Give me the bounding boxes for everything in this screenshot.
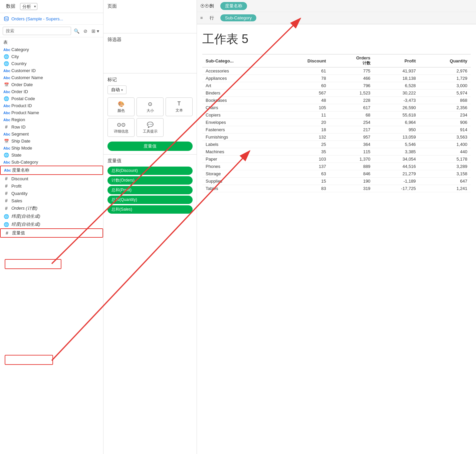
cell-profit: 5,546	[374, 141, 419, 148]
grid-view-button[interactable]: ⊞ ▾	[90, 28, 100, 34]
field-item-Customer-ID[interactable]: AbcCustomer ID	[0, 67, 103, 74]
cell-orders-count: 319	[329, 185, 374, 192]
cell-sub-category: Copiers	[202, 111, 276, 119]
columns-pill[interactable]: 度量名称	[220, 2, 247, 10]
cell-discount: 25	[276, 141, 329, 148]
field-item-Postal-Code[interactable]: 🌐Postal Code	[0, 95, 103, 102]
field-name-label: 纬度(自动生成)	[11, 213, 40, 219]
hash-icon: #	[4, 230, 10, 236]
worksheet-title: 工作表 5	[202, 31, 471, 47]
field-item-Quantity[interactable]: #Quantity	[0, 190, 103, 197]
field-item----[interactable]: #度量值	[0, 228, 103, 238]
field-item-Row-ID[interactable]: #Row ID	[0, 123, 103, 131]
cell-discount: 103	[276, 156, 329, 163]
field-item-City[interactable]: 🌐City	[0, 53, 103, 60]
field-name-label: Discount	[11, 176, 28, 181]
cell-orders-count: 775	[329, 67, 374, 75]
table-row: Tables83319-17,7251,241	[202, 185, 471, 192]
marks-btn-文本[interactable]: T文本	[166, 97, 193, 116]
rows-pill[interactable]: Sub-Category	[220, 14, 256, 21]
cell-discount: 15	[276, 178, 329, 185]
cell-discount: 567	[276, 89, 329, 97]
cell-discount: 18	[276, 126, 329, 134]
globe-icon: 🌐	[3, 96, 9, 101]
field-item-State[interactable]: 🌐State	[0, 152, 103, 159]
cell-sub-category: Supplies	[202, 178, 276, 185]
rows-icon: ≡	[200, 15, 207, 20]
field-name-label: Ship Mode	[11, 146, 32, 151]
field-name-label: Quantity	[11, 191, 27, 196]
field-item-Order-ID[interactable]: AbcOrder ID	[0, 88, 103, 95]
marks-btn-工具提示[interactable]: 💬工具提示	[137, 118, 164, 137]
field-item-Customer-Name[interactable]: AbcCustomer Name	[0, 74, 103, 81]
field-name-label: Category	[11, 47, 29, 52]
field-name-label: Sub-Category	[11, 160, 38, 165]
field-item-Ship-Mode[interactable]: AbcShip Mode	[0, 145, 103, 152]
field-name-label: Product Name	[11, 110, 39, 115]
field-item-Product-ID[interactable]: AbcProduct ID	[0, 102, 103, 109]
field-item-Discount[interactable]: #Discount	[0, 175, 103, 182]
cell-quantity: 234	[419, 111, 471, 119]
measure-pill----Orders-[interactable]: 计数(Orders)	[107, 176, 193, 185]
measure-pill----Discount-[interactable]: 总和(Discount)	[107, 167, 193, 175]
table-row: Binders5671,52330,2225,974	[202, 89, 471, 97]
measures-section: 度量值 总和(Discount)计数(Orders)总和(Profit)总和(Q…	[103, 155, 197, 454]
abc-icon: Abc	[3, 111, 9, 115]
field-item-Profit[interactable]: #Profit	[0, 182, 103, 190]
measures-section-title: 度量值	[107, 158, 193, 164]
field-item-Product-Name[interactable]: AbcProduct Name	[0, 109, 103, 116]
measure-pill----Profit-[interactable]: 总和(Profit)	[107, 186, 193, 194]
measures-value-button[interactable]: 度量值	[107, 142, 193, 151]
filter-button[interactable]: ⊘	[82, 28, 89, 34]
middle-panel: 页面 筛选器 标记 自动 🎨颜色⊙大小T文本⊙⊙详细信息💬工具提示 度量值 度量…	[103, 0, 197, 454]
data-source-row: Orders (Sample - Supers...	[0, 13, 103, 25]
field-item-Category[interactable]: AbcCategory	[0, 46, 103, 53]
cell-orders-count: 115	[329, 148, 374, 156]
cell-orders-count: 957	[329, 134, 374, 141]
cell-profit: 55,618	[374, 111, 419, 119]
marks-type-button[interactable]: 自动	[107, 85, 127, 94]
cell-quantity: 3,289	[419, 163, 471, 170]
field-item-Sub-Category[interactable]: AbcSub-Category	[0, 159, 103, 166]
data-tab[interactable]: 数据	[3, 2, 19, 11]
大小-icon: ⊙	[148, 101, 152, 107]
field-item---------[interactable]: 🌐经度(自动生成)	[0, 220, 103, 228]
cell-sub-category: Storage	[202, 170, 276, 178]
marks-type-row: 自动	[107, 85, 193, 94]
abc-icon: Abc	[4, 168, 10, 172]
right-panel: ⦿⦿⦿ 列 度量名称 ≡ 行 Sub-Category 工作表 5 Sub-Ca…	[197, 0, 476, 454]
col-header-sub-category: Sub-Catego...	[202, 54, 276, 67]
field-item-Region[interactable]: AbcRegion	[0, 116, 103, 123]
field-item-Segment[interactable]: AbcSegment	[0, 131, 103, 138]
table-section-label: 表	[0, 37, 103, 46]
field-item-Orders-----[interactable]: #Orders (计数)	[0, 204, 103, 212]
cell-quantity: 647	[419, 178, 471, 185]
详细信息-icon: ⊙⊙	[117, 122, 126, 128]
marks-btn-详细信息[interactable]: ⊙⊙详细信息	[107, 118, 135, 137]
analysis-select[interactable]: 分析	[20, 3, 37, 10]
app-container: 数据 分析 Orders (Sample - Supers... 🔍 ⊘ ⊞	[0, 0, 476, 454]
measure-pill----Quantity-[interactable]: 总和(Quantity)	[107, 196, 193, 204]
search-bar: 🔍 ⊘ ⊞ ▾	[0, 25, 103, 37]
cell-quantity: 2,356	[419, 104, 471, 111]
data-table: Sub-Catego...DiscountOrders计数ProfitQuant…	[202, 54, 471, 192]
field-item-Country[interactable]: 🌐Country	[0, 60, 103, 67]
field-item-Sales[interactable]: #Sales	[0, 197, 103, 204]
field-item-Order-Date[interactable]: 📅Order Date	[0, 81, 103, 88]
search-input[interactable]	[3, 27, 71, 35]
工具提示-icon: 💬	[147, 122, 154, 128]
field-name-label: Region	[11, 117, 25, 122]
left-panel: 数据 分析 Orders (Sample - Supers... 🔍 ⊘ ⊞	[0, 0, 103, 454]
data-source-label[interactable]: Orders (Sample - Supers...	[11, 16, 100, 21]
field-item-Ship-Date[interactable]: 📅Ship Date	[0, 138, 103, 145]
field-name-label: Country	[11, 61, 27, 66]
search-button[interactable]: 🔍	[72, 28, 81, 34]
cell-discount: 20	[276, 119, 329, 126]
measure-pill----Sales-[interactable]: 总和(Sales)	[107, 205, 193, 214]
field-item-----[interactable]: Abc度量名称	[0, 166, 103, 175]
field-name-label: Order Date	[11, 82, 33, 87]
cell-profit: 21,279	[374, 170, 419, 178]
field-item---------[interactable]: 🌐纬度(自动生成)	[0, 212, 103, 220]
marks-btn-颜色[interactable]: 🎨颜色	[107, 97, 135, 116]
marks-btn-大小[interactable]: ⊙大小	[137, 97, 164, 116]
